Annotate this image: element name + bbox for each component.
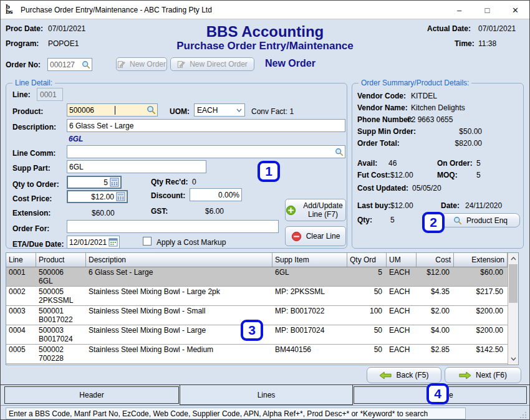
window-title: Purchase Order Entry/Maintenance - ABC T… [21, 6, 212, 14]
order-no-field[interactable] [47, 58, 92, 71]
resize-grip-icon[interactable] [519, 411, 527, 419]
col-um[interactable]: UM [387, 253, 417, 267]
order-for-field[interactable] [67, 220, 279, 233]
cell-extension: $200.00 [454, 306, 508, 325]
col-supp-item[interactable]: Supp Item [272, 253, 347, 267]
line-comm-label: Line Comm: [12, 149, 55, 158]
table-row[interactable]: 0005 500002700228 Stainless Steel Mixing… [6, 345, 508, 364]
cell-qty: 50 [347, 345, 387, 363]
product-enq-button[interactable]: Product Enq [441, 213, 520, 227]
col-cost[interactable]: Cost [417, 253, 454, 267]
cell-product-code: 500002 [39, 345, 84, 354]
cell-description: Stainless Steel Mixing Bowl - Large 2pk [86, 287, 272, 305]
back-button[interactable]: Back (F5) [367, 367, 441, 383]
order-search-icon[interactable] [82, 60, 90, 69]
cell-um: EACH [387, 306, 417, 325]
extension-value: $60.00 [92, 209, 115, 217]
line-comm-field[interactable] [67, 145, 345, 158]
arrow-right-icon [459, 371, 471, 379]
description-field[interactable] [67, 119, 345, 132]
product-field[interactable] [67, 103, 158, 117]
cell-qty: 5 [347, 267, 387, 286]
description-label: Description: [12, 123, 56, 131]
product-search-icon[interactable] [147, 105, 156, 115]
text-cursor [115, 106, 115, 115]
vendor-name-value: Kitchen Delights [411, 103, 465, 112]
cell-extension: $217.50 [454, 287, 508, 305]
vendor-name-label: Vendor Name: [357, 103, 408, 112]
col-extension[interactable]: Extension [454, 253, 508, 267]
cell-supp-item: MP: 2PKSSML [272, 287, 347, 305]
new-direct-order-button[interactable]: New Direct Order [170, 57, 254, 71]
cost-updated-label: Cost Updated: [357, 184, 408, 193]
on-order-label: On Order: [437, 159, 473, 168]
order-status-text: New Order [265, 58, 316, 69]
clear-line-label: Clear Line [306, 232, 340, 241]
discount-field[interactable] [190, 188, 242, 201]
cell-cost: $4.00 [417, 325, 454, 344]
add-update-line-button[interactable]: Add/Update Line (F7) [285, 199, 346, 221]
cell-supp-item: MP: B0017024 [272, 325, 347, 344]
cost-calculator-icon[interactable] [116, 192, 125, 201]
new-order-button[interactable]: New Order [116, 57, 167, 71]
cost-price-label: Cost Price: [12, 194, 52, 203]
uom-label: UOM: [170, 107, 190, 116]
col-line[interactable]: Line [6, 253, 36, 267]
qty-to-order-input[interactable] [68, 177, 110, 188]
cell-product-code: 500001 [39, 307, 84, 315]
uom-select[interactable]: EACH [194, 103, 245, 117]
order-no-input[interactable] [48, 59, 82, 70]
cost-price-input[interactable] [68, 191, 116, 202]
close-button[interactable]: ✕ [501, 1, 529, 19]
scroll-down-icon[interactable] [508, 354, 518, 364]
table-row[interactable]: 0001 5000066GL 6 Glass Set - Large 6GL 5… [6, 267, 508, 287]
cost-markup-checkbox[interactable] [143, 237, 152, 246]
vendor-code-label: Vendor Code: [357, 92, 406, 100]
discount-input[interactable] [190, 189, 241, 201]
supp-part-input[interactable] [67, 161, 206, 173]
col-qty-ord[interactable]: Qty Ord [347, 253, 387, 267]
order-for-input[interactable] [67, 221, 278, 232]
col-product[interactable]: Product [36, 253, 86, 267]
clear-line-button[interactable]: Clear Line [285, 226, 346, 246]
eta-due-date-input[interactable] [67, 236, 108, 248]
table-scrollbar[interactable] [508, 253, 518, 365]
minimize-button[interactable]: – [445, 1, 473, 19]
conv-fact-label: Conv Fact: [251, 107, 287, 116]
cost-updated-value: 05/05/20 [412, 184, 441, 193]
qty-to-order-field[interactable] [67, 176, 122, 189]
cost-markup-label: Apply a Cost Markup [157, 238, 226, 247]
supp-part-field[interactable] [67, 160, 206, 173]
line-comm-input[interactable] [67, 146, 335, 158]
line-comm-search-icon[interactable] [335, 148, 344, 156]
product-enq-label: Product Enq [466, 216, 508, 225]
cell-description: Stainless Steel Mixing Bowl - Medium [86, 345, 272, 363]
order-no-label: Order No: [6, 60, 41, 69]
tab-lines[interactable]: Lines [180, 385, 353, 405]
scroll-up-icon[interactable] [508, 254, 518, 264]
new-order-icon [117, 60, 125, 69]
annotation-4: 4 [426, 383, 449, 404]
maximize-button[interactable]: □ [473, 1, 501, 19]
next-button[interactable]: Next (F6) [445, 367, 521, 383]
tab-header[interactable]: Header [4, 386, 179, 404]
table-row[interactable]: 0002 5000052PKSSML Stainless Steel Mixin… [6, 287, 508, 306]
col-description[interactable]: Description [86, 253, 272, 267]
back-label: Back (F5) [396, 371, 428, 379]
last-buy-date-value: 24/11/2020 [465, 201, 502, 210]
qty-calculator-icon[interactable] [110, 178, 119, 187]
cost-price-field[interactable] [67, 190, 128, 203]
avail-value: 46 [388, 159, 397, 168]
scrollbar-thumb[interactable] [509, 264, 518, 303]
calendar-icon[interactable] [108, 237, 118, 247]
cell-line: 0005 [6, 345, 36, 363]
cell-product-alt: 2PKSSML [39, 296, 84, 305]
product-label: Product: [12, 107, 43, 116]
next-label: Next (F6) [476, 371, 507, 379]
cell-um: EACH [387, 287, 417, 305]
cell-cost: $4.35 [417, 287, 454, 305]
eta-due-date-field[interactable] [67, 236, 120, 249]
description-input[interactable] [67, 120, 345, 131]
product-input[interactable] [67, 104, 97, 116]
tab-strip: Header Lines Finalise [1, 384, 529, 405]
